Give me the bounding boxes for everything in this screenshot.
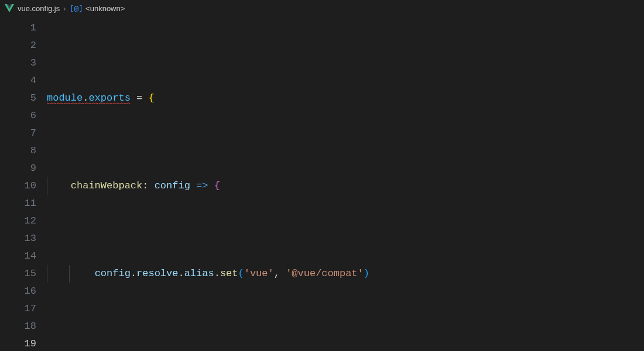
brace: { xyxy=(148,92,154,104)
vue-file-icon xyxy=(5,4,14,12)
parameter: config xyxy=(155,180,190,191)
breadcrumb-symbol[interactable]: <unknown> xyxy=(85,4,125,13)
colon: : xyxy=(142,180,148,191)
identifier: module xyxy=(47,92,83,104)
line-number[interactable]: 1 xyxy=(0,19,36,37)
arrow: => xyxy=(196,180,208,191)
line-number[interactable]: 3 xyxy=(0,54,36,72)
string: '@vue/compat' xyxy=(286,268,364,279)
symbol-namespace-icon: [@] xyxy=(70,4,83,13)
line-number[interactable]: 12 xyxy=(0,212,36,230)
line-number[interactable]: 18 xyxy=(0,318,36,335)
breadcrumb: vue.config.js › [@] <unknown> xyxy=(0,0,644,17)
line-number[interactable]: 4 xyxy=(0,72,36,90)
method: set xyxy=(220,268,238,279)
code-area[interactable]: module.exports = { chainWebpack: config … xyxy=(47,17,644,351)
paren: ( xyxy=(238,268,244,279)
line-number[interactable]: 17 xyxy=(0,300,36,318)
line-number[interactable]: 15 xyxy=(0,265,36,283)
indent xyxy=(47,180,71,191)
paren: ) xyxy=(364,268,369,279)
line-number[interactable]: 19 xyxy=(0,335,36,351)
property: chainWebpack xyxy=(71,180,142,191)
chevron-right-icon: › xyxy=(63,4,66,13)
line-number[interactable]: 11 xyxy=(0,195,36,212)
line-number[interactable]: 16 xyxy=(0,283,36,300)
line-number[interactable]: 7 xyxy=(0,125,36,142)
line-number[interactable]: 8 xyxy=(0,142,36,160)
line-number[interactable]: 13 xyxy=(0,230,36,247)
code-line[interactable]: chainWebpack: config => { xyxy=(47,177,644,195)
line-number[interactable]: 5 xyxy=(0,90,36,107)
string: 'vue' xyxy=(244,268,274,279)
line-number[interactable]: 14 xyxy=(0,247,36,265)
line-number[interactable]: 10 xyxy=(0,177,36,195)
line-number-gutter[interactable]: 12345678910111213141516171819 xyxy=(0,17,47,351)
operator: = xyxy=(131,92,149,104)
identifier: config xyxy=(95,268,131,279)
brace: { xyxy=(214,180,220,191)
line-number[interactable]: 2 xyxy=(0,37,36,54)
code-editor[interactable]: 12345678910111213141516171819 module.exp… xyxy=(0,17,644,351)
code-line[interactable]: config.resolve.alias.set('vue', '@vue/co… xyxy=(47,265,644,283)
code-line[interactable]: module.exports = { xyxy=(47,90,644,107)
breadcrumb-file[interactable]: vue.config.js xyxy=(18,4,60,13)
line-number[interactable]: 9 xyxy=(0,160,36,177)
line-number[interactable]: 6 xyxy=(0,107,36,125)
identifier: exports xyxy=(88,92,130,104)
dot: . xyxy=(83,92,88,104)
